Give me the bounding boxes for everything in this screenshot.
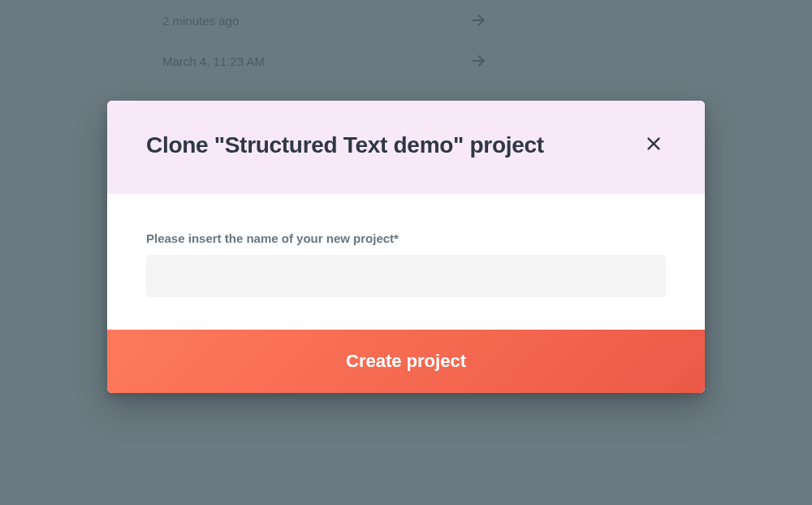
- modal-body: Please insert the name of your new proje…: [107, 194, 705, 330]
- close-button[interactable]: [641, 132, 666, 158]
- close-icon: [645, 135, 663, 155]
- clone-project-modal: Clone "Structured Text demo" project Ple…: [107, 101, 705, 393]
- modal-footer[interactable]: Create project: [107, 330, 705, 393]
- modal-header: Clone "Structured Text demo" project: [107, 101, 705, 194]
- modal-overlay: Clone "Structured Text demo" project Ple…: [0, 0, 812, 505]
- create-project-button[interactable]: Create project: [107, 351, 705, 372]
- modal-title: Clone "Structured Text demo" project: [146, 132, 544, 158]
- project-name-input[interactable]: [146, 255, 666, 297]
- project-name-label: Please insert the name of your new proje…: [146, 231, 666, 245]
